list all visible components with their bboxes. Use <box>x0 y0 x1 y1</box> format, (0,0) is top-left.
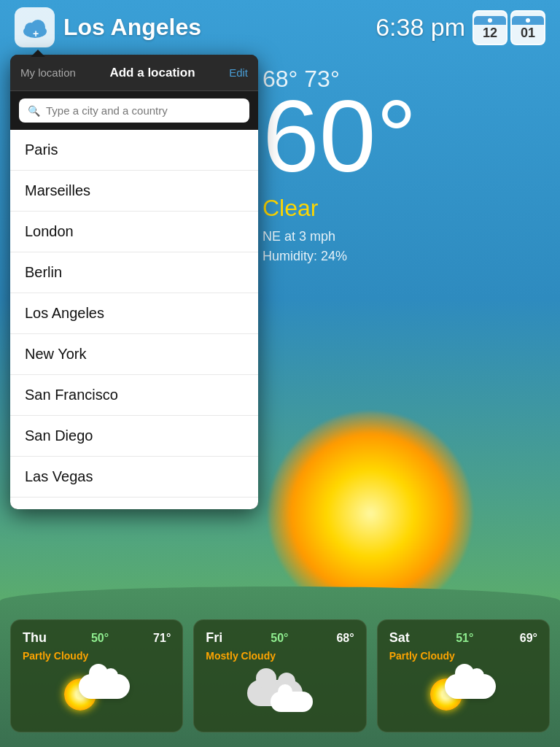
city-item[interactable]: Paris <box>10 130 258 171</box>
location-panel: My location Add a location Edit 🔍 ParisM… <box>10 55 258 509</box>
forecast-hi: 71° <box>153 632 171 645</box>
current-city: Los Angeles <box>63 14 201 41</box>
city-item[interactable]: Marseilles <box>10 171 258 212</box>
forecast-card-2: Sat 51° 69° Partly Cloudy <box>377 619 550 732</box>
tab-add-location[interactable]: Add a location <box>76 66 229 80</box>
forecast-condition: Mostly Cloudy <box>206 650 354 662</box>
search-icon: 🔍 <box>28 105 40 117</box>
forecast-day: Thu <box>23 630 47 646</box>
forecast-lo: 50° <box>271 632 288 645</box>
tab-my-location[interactable]: My location <box>20 66 76 79</box>
forecast-day: Sat <box>389 630 410 646</box>
city-item[interactable]: London <box>10 212 258 252</box>
time-display: 6:38 pm <box>376 13 465 42</box>
search-wrapper[interactable]: 🔍 <box>19 98 249 123</box>
weather-info: 68° 73° 60° Clear NE at 3 mph Humidity: … <box>262 66 545 264</box>
forecast-condition: Partly Cloudy <box>389 650 537 662</box>
forecast-hi: 68° <box>336 632 354 645</box>
app-icon[interactable]: + <box>15 7 55 47</box>
city-item[interactable]: San Francisco <box>10 375 258 416</box>
panel-arrow <box>31 50 45 57</box>
edit-button[interactable]: Edit <box>229 66 248 79</box>
wind-info: NE at 3 mph <box>262 229 545 244</box>
city-item[interactable]: Las Vegas <box>10 457 258 498</box>
forecast-icon <box>389 670 537 721</box>
panel-header: My location Add a location Edit <box>10 55 258 91</box>
city-item[interactable]: New York <box>10 334 258 375</box>
header-left: + Los Angeles <box>15 7 201 47</box>
calendar-icon-2[interactable]: 01 <box>510 10 545 45</box>
city-item[interactable]: Berlin <box>10 252 258 293</box>
city-list: ParisMarseillesLondonBerlinLos AngelesNe… <box>10 130 258 509</box>
city-item[interactable]: Los Angeles <box>10 293 258 334</box>
forecast-lo: 50° <box>91 632 109 645</box>
forecast-lo: 51° <box>456 632 473 645</box>
condition: Clear <box>262 195 545 222</box>
forecast-condition: Partly Cloudy <box>23 650 171 662</box>
search-input[interactable] <box>46 104 241 117</box>
city-item[interactable]: San Diego <box>10 416 258 457</box>
temp-main: 60° <box>262 85 545 187</box>
city-item[interactable]: Boston <box>10 498 258 509</box>
calendar-icons: 12 01 <box>472 10 545 45</box>
calendar-icon-1[interactable]: 12 <box>472 10 508 45</box>
forecast-hi: 69° <box>520 632 537 645</box>
forecast-bar: Thu 50° 71° Partly Cloudy Fri 50° 68° Mo… <box>10 619 550 732</box>
forecast-card-0: Thu 50° 71° Partly Cloudy <box>10 619 183 732</box>
forecast-icon <box>23 670 171 721</box>
humidity-info: Humidity: 24% <box>262 249 545 264</box>
sun-glow <box>268 411 472 616</box>
temp-range: 68° 73° <box>262 66 545 93</box>
forecast-card-1: Fri 50° 68° Mostly Cloudy <box>193 619 366 732</box>
header-right: 6:38 pm 12 01 <box>376 10 545 45</box>
svg-text:+: + <box>33 28 39 39</box>
forecast-day: Fri <box>206 630 222 646</box>
forecast-icon <box>206 670 354 721</box>
search-bar: 🔍 <box>10 91 258 130</box>
header: + Los Angeles 6:38 pm 12 01 <box>0 0 560 55</box>
